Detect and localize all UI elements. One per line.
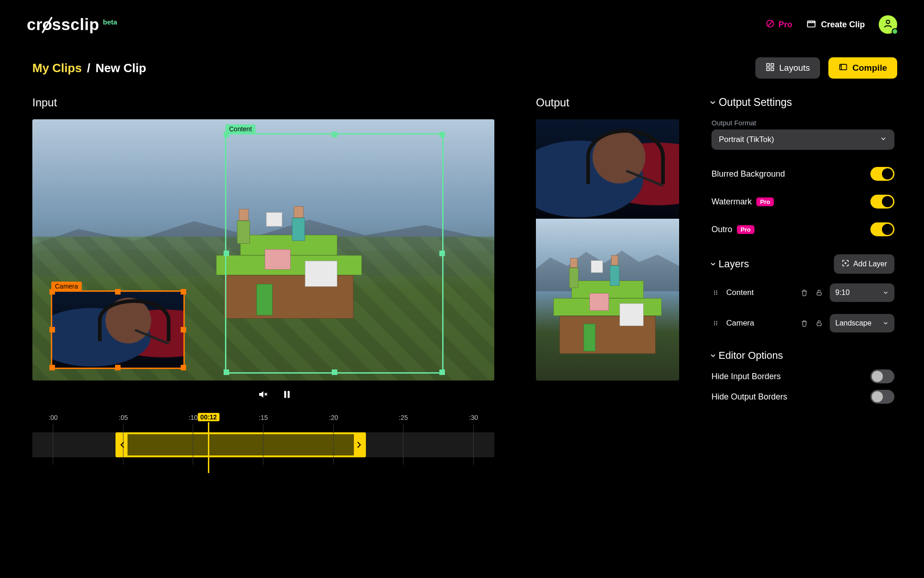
pause-button[interactable]: [281, 389, 292, 400]
hide-output-borders-label: Hide Output Borders: [711, 392, 787, 402]
svg-point-25: [714, 324, 715, 325]
timeline-range[interactable]: [116, 432, 366, 457]
lock-layer-icon[interactable]: [815, 319, 823, 327]
outro-label: Outro: [711, 225, 732, 234]
timeline-playhead[interactable]: 00:12: [208, 422, 209, 473]
drag-handle-icon[interactable]: [711, 319, 720, 327]
hide-input-borders-label: Hide Input Borders: [711, 372, 781, 381]
layers-title[interactable]: › Layers: [711, 258, 749, 270]
timeline-tick: :00: [49, 414, 57, 465]
svg-point-22: [716, 321, 717, 322]
pro-label: Pro: [778, 20, 792, 30]
svg-point-4: [886, 20, 889, 24]
pro-link[interactable]: Pro: [766, 19, 792, 31]
webcam-preview: [52, 292, 183, 368]
svg-point-14: [714, 290, 715, 291]
svg-point-24: [716, 323, 717, 324]
layer-aspect-value: 9:10: [835, 289, 850, 297]
hide-input-borders-toggle[interactable]: [870, 369, 894, 383]
svg-rect-27: [817, 323, 821, 326]
beta-badge: beta: [103, 18, 117, 26]
svg-rect-8: [771, 68, 773, 70]
layouts-icon: [766, 62, 775, 74]
timeline-tick: :10: [188, 414, 197, 465]
svg-rect-7: [766, 68, 769, 70]
camera-crop-label: Camera: [51, 282, 82, 291]
timeline-tick: :15: [259, 414, 267, 465]
delete-layer-icon[interactable]: [800, 319, 808, 327]
output-preview: [536, 119, 679, 381]
add-layer-button[interactable]: Add Layer: [834, 254, 894, 274]
breadcrumb-current: New Clip: [96, 61, 146, 75]
svg-line-0: [43, 18, 51, 32]
watermark-label: Watermark: [711, 197, 752, 207]
output-format-label: Output Format: [711, 119, 894, 127]
camera-crop-box[interactable]: Camera: [51, 290, 185, 369]
input-preview[interactable]: Content Camera: [32, 119, 494, 381]
timeline-tick: :20: [329, 414, 338, 465]
range-end-handle[interactable]: [354, 434, 364, 455]
blurred-bg-label: Blurred Background: [711, 169, 785, 179]
compile-icon: [839, 62, 848, 74]
svg-point-23: [714, 323, 715, 324]
content-crop-box[interactable]: Content: [225, 133, 444, 374]
svg-point-15: [716, 290, 717, 291]
output-settings-title[interactable]: › Output Settings: [711, 96, 894, 109]
watermark-toggle[interactable]: [870, 195, 894, 209]
layer-aspect-value: Landscape: [835, 319, 871, 327]
timeline-tick: :25: [399, 414, 407, 465]
svg-point-16: [714, 292, 715, 293]
lock-layer-icon[interactable]: [815, 289, 823, 297]
layer-aspect-select[interactable]: Landscape: [830, 314, 894, 332]
input-title: Input: [32, 96, 517, 109]
svg-point-26: [716, 324, 717, 325]
output-format-select[interactable]: Portrait (TikTok): [711, 129, 894, 150]
pro-badge: Pro: [756, 197, 774, 206]
breadcrumb-separator: /: [87, 61, 90, 75]
layer-name: Content: [726, 288, 794, 297]
user-avatar[interactable]: [879, 15, 897, 34]
add-layer-icon: [841, 259, 850, 269]
hide-output-borders-toggle[interactable]: [870, 390, 894, 404]
svg-rect-13: [288, 391, 290, 398]
chevron-down-icon: ›: [707, 354, 719, 357]
compile-button[interactable]: Compile: [828, 57, 897, 79]
blurred-bg-toggle[interactable]: [870, 167, 894, 181]
svg-point-18: [714, 294, 715, 295]
outro-toggle[interactable]: [870, 222, 894, 236]
playhead-time: 00:12: [198, 413, 220, 421]
svg-point-19: [716, 294, 717, 295]
app-logo[interactable]: cr o ssclip beta: [27, 15, 117, 34]
svg-rect-5: [766, 63, 769, 66]
timeline-tick: :05: [119, 414, 128, 465]
timeline[interactable]: 00:12 :00 :05 :10 :15 :20 :25 :30: [32, 414, 494, 469]
output-title: Output: [536, 96, 693, 109]
chevron-down-icon: [880, 135, 887, 145]
layouts-button[interactable]: Layouts: [755, 57, 821, 79]
layer-name: Camera: [726, 319, 794, 328]
drag-handle-icon[interactable]: [711, 289, 720, 297]
layer-row-content: Content 9:10: [711, 281, 894, 304]
timeline-tick: :30: [469, 414, 478, 465]
svg-point-17: [716, 292, 717, 293]
breadcrumb-root[interactable]: My Clips: [32, 61, 82, 75]
delete-layer-icon[interactable]: [800, 289, 808, 297]
pro-badge: Pro: [737, 225, 754, 234]
output-format-value: Portrait (TikTok): [719, 135, 774, 144]
chevron-down-icon: ›: [707, 101, 719, 105]
layer-row-camera: Camera Landscape: [711, 312, 894, 335]
add-layer-label: Add Layer: [853, 260, 887, 268]
create-clip-link[interactable]: Create Clip: [806, 18, 865, 31]
pro-slash-icon: [766, 19, 775, 31]
editor-options-title[interactable]: › Editor Options: [711, 350, 894, 362]
svg-point-21: [714, 321, 715, 322]
layouts-label: Layouts: [779, 63, 810, 73]
svg-line-2: [768, 21, 772, 26]
svg-rect-20: [817, 292, 821, 295]
create-clip-label: Create Clip: [821, 20, 865, 30]
breadcrumb: My Clips / New Clip: [32, 61, 146, 75]
mute-button[interactable]: [257, 389, 268, 400]
clip-icon: [806, 18, 816, 31]
chevron-down-icon: ›: [707, 262, 719, 265]
layer-aspect-select[interactable]: 9:10: [830, 283, 894, 302]
